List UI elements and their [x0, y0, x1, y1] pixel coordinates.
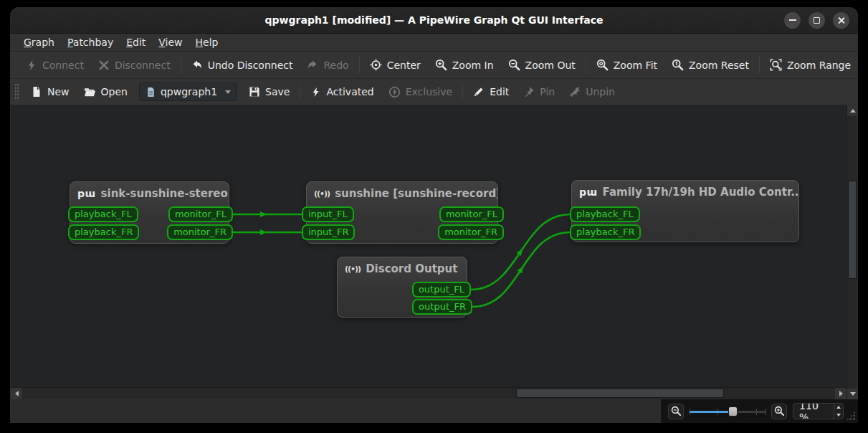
zoom-fit-icon	[596, 59, 609, 71]
minimize-icon	[789, 19, 796, 21]
unpin-icon	[569, 86, 581, 97]
exclusive-button[interactable]: Exclusive	[381, 82, 459, 103]
node-title: Discord Output	[366, 262, 457, 275]
port-playback_FL[interactable]: playback_FL	[570, 206, 640, 222]
zoom-reset-icon	[672, 59, 684, 71]
maximize-icon	[814, 17, 820, 24]
toolbar-separator	[181, 57, 181, 74]
slider-fill	[690, 411, 733, 413]
toolbar-separator	[462, 83, 463, 100]
statusbar-zoom-out-button[interactable]	[668, 404, 684, 419]
toolbar-separator	[359, 57, 360, 74]
unpin-button[interactable]: Unpin	[562, 82, 622, 102]
arrow-left-icon	[15, 391, 19, 396]
chevron-down-icon	[225, 90, 231, 94]
menu-graph[interactable]: Graph	[17, 35, 61, 49]
undo-icon	[191, 60, 203, 71]
center-icon	[370, 59, 382, 71]
new-button[interactable]: New	[24, 82, 77, 102]
arrow-right-icon	[839, 391, 843, 396]
zoom-range-button[interactable]: Zoom Range	[763, 54, 858, 75]
graph-canvas-area: sink-sunshine-stereo playback_FL playbac…	[11, 105, 857, 399]
port-playback_FR[interactable]: playback_FR	[68, 224, 139, 240]
scroll-right-button[interactable]	[835, 388, 846, 399]
save-button[interactable]: Save	[242, 82, 297, 102]
scroll-up-button[interactable]	[847, 105, 858, 116]
pin-button[interactable]: Pin	[516, 82, 562, 102]
spin-up-button[interactable]	[834, 404, 843, 411]
zoom-spinbox[interactable]: 110 %	[793, 403, 844, 419]
zoom-reset-button[interactable]: Zoom Reset	[664, 54, 756, 75]
port-playback_FR[interactable]: playback_FR	[570, 224, 641, 240]
port-output_FR[interactable]: output_FR	[412, 299, 472, 315]
arrow-up-icon	[836, 406, 841, 409]
statusbar: 110 %	[10, 399, 858, 423]
scroll-down-button[interactable]	[847, 389, 858, 399]
open-folder-icon	[84, 86, 96, 98]
node-title: Family 17h/19h HD Audio Contr...	[603, 186, 798, 199]
zoom-slider-handle[interactable]	[728, 406, 738, 417]
statusbar-zoom-in-button[interactable]	[771, 404, 787, 419]
port-input_FL[interactable]: input_FL	[302, 206, 354, 222]
center-button[interactable]: Center	[363, 54, 428, 75]
zoom-in-button[interactable]: Zoom In	[428, 54, 501, 75]
horizontal-scrollbar[interactable]	[11, 387, 846, 399]
connection-wires	[11, 105, 846, 387]
disconnect-button[interactable]: Disconnect	[91, 55, 178, 75]
zoom-in-icon	[774, 406, 785, 417]
toolbar-separator	[300, 83, 300, 100]
edit-pencil-icon	[473, 86, 485, 97]
horizontal-scroll-thumb[interactable]	[516, 389, 724, 398]
broadcast-icon	[314, 189, 330, 199]
menu-patchbay[interactable]: Patchbay	[61, 35, 120, 49]
minimize-button[interactable]	[784, 12, 801, 29]
zoom-panel: 110 %	[661, 399, 858, 423]
port-monitor_FL[interactable]: monitor_FL	[168, 206, 233, 222]
activated-button[interactable]: Activated	[303, 82, 381, 102]
connect-button[interactable]: Connect	[19, 55, 91, 75]
redo-button[interactable]: Redo	[300, 55, 356, 75]
toolbar-drag-handle[interactable]	[14, 83, 19, 100]
port-playback_FL[interactable]: playback_FL	[68, 206, 138, 222]
zoom-fit-button[interactable]: Zoom Fit	[589, 54, 664, 75]
vertical-scrollbar[interactable]	[846, 105, 857, 399]
disconnect-icon	[98, 60, 110, 71]
open-button[interactable]: Open	[77, 82, 135, 103]
app-window: qpwgraph1 [modified] — A PipeWire Graph …	[10, 7, 858, 423]
window-title: qpwgraph1 [modified] — A PipeWire Graph …	[265, 14, 604, 26]
toolbar-separator	[759, 57, 760, 74]
menu-view[interactable]: View	[152, 35, 189, 49]
menu-help[interactable]: Help	[189, 35, 225, 49]
edit-button[interactable]: Edit	[466, 82, 516, 102]
broadcast-icon	[345, 265, 361, 274]
wire-arrowhead	[260, 229, 267, 235]
titlebar: qpwgraph1 [modified] — A PipeWire Graph …	[10, 7, 858, 34]
vertical-scroll-thumb[interactable]	[848, 181, 857, 279]
graph-canvas[interactable]: sink-sunshine-stereo playback_FL playbac…	[11, 105, 846, 387]
undo-disconnect-button[interactable]: Undo Disconnect	[184, 55, 300, 75]
toolbar-edit: Connect Disconnect Undo Disconnect Redo …	[10, 52, 858, 79]
close-button[interactable]	[833, 12, 849, 29]
spin-down-button[interactable]	[834, 411, 843, 419]
pipewire-icon	[579, 186, 598, 198]
port-monitor_FL[interactable]: monitor_FL	[439, 206, 504, 222]
scroll-left-button[interactable]	[11, 388, 22, 399]
toolbar-separator	[586, 57, 586, 74]
patchbay-select[interactable]: qpwgraph1	[139, 82, 237, 101]
port-monitor_FR[interactable]: monitor_FR	[438, 224, 504, 240]
wire-arrowhead	[260, 211, 267, 217]
redo-icon	[307, 60, 318, 71]
zoom-range-icon	[770, 59, 782, 71]
zoom-value: 110 %	[793, 403, 834, 419]
maximize-button[interactable]	[809, 12, 825, 29]
zoom-out-button[interactable]: Zoom Out	[501, 54, 583, 75]
menu-edit[interactable]: Edit	[120, 35, 152, 49]
port-output_FL[interactable]: output_FL	[412, 282, 471, 298]
zoom-slider[interactable]	[690, 404, 766, 419]
arrow-up-icon	[850, 109, 856, 113]
exclusive-bolt-icon	[388, 86, 401, 98]
port-input_FR[interactable]: input_FR	[302, 224, 355, 240]
arrow-down-icon	[850, 392, 856, 396]
toolbar-file: New Open qpwgraph1 Save Activated Exclus…	[10, 79, 858, 105]
port-monitor_FR[interactable]: monitor_FR	[167, 224, 233, 240]
